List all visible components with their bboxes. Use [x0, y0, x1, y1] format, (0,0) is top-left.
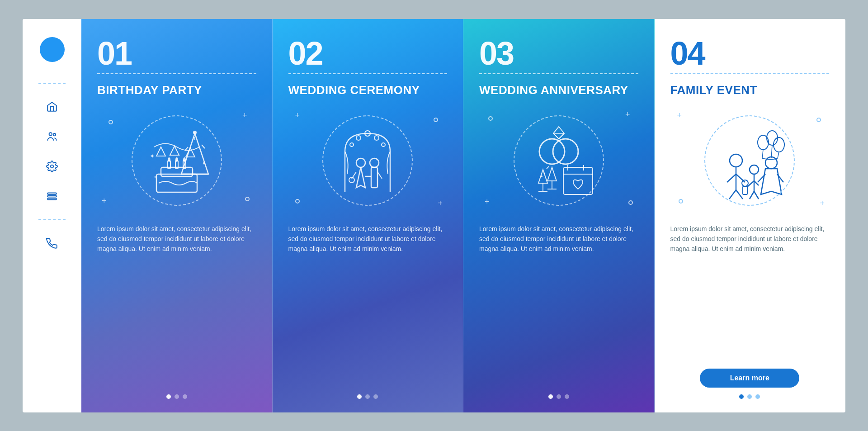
sidebar-logo-circle — [40, 37, 65, 62]
card-1-text: Lorem ipsum dolor sit amet, consectetur … — [97, 224, 256, 385]
deco-circle-5 — [488, 116, 493, 121]
deco-plus-1: + — [242, 111, 247, 120]
deco-plus-4: + — [438, 199, 443, 208]
dot-2-2 — [365, 394, 370, 399]
deco-plus-6: + — [485, 197, 490, 207]
main-container: 01 BIRTHDAY PARTY — [23, 19, 845, 412]
card-3-text: Lorem ipsum dolor sit amet, consectetur … — [479, 224, 638, 385]
card-4-divider — [670, 73, 830, 74]
card-1-footer — [97, 394, 256, 399]
card-3-footer — [479, 394, 638, 399]
card-2-text: Lorem ipsum dolor sit amet, consectetur … — [288, 224, 448, 385]
dot-4-2 — [747, 394, 752, 399]
phone-icon[interactable] — [45, 237, 59, 250]
card-2-divider — [288, 73, 448, 74]
dot-1-active — [166, 394, 171, 399]
dot-3-3 — [565, 394, 569, 399]
card-1-title: BIRTHDAY PARTY — [97, 83, 256, 97]
deco-plus-3: + — [295, 111, 300, 120]
svg-point-0 — [49, 133, 52, 136]
deco-plus-5: + — [625, 110, 630, 119]
deco-circle-3 — [434, 118, 438, 122]
deco-plus-2: + — [102, 196, 107, 206]
dot-3-2 — [557, 394, 561, 399]
card-2-footer — [288, 394, 448, 399]
card-2-dots — [357, 394, 378, 399]
card-4-title: FAMILY EVENT — [670, 83, 830, 97]
card-family-event: 04 FAMILY EVENT — [655, 19, 846, 412]
card-3-illustration: + + — [479, 106, 638, 215]
deco-circle-8 — [679, 199, 683, 204]
svg-rect-5 — [47, 198, 57, 199]
dot-1-3 — [183, 394, 187, 399]
list-icon[interactable] — [45, 189, 59, 203]
card-2-title: WEDDING CEREMONY — [288, 83, 448, 97]
users-icon[interactable] — [45, 130, 59, 143]
card-3-dots — [548, 394, 569, 399]
card-1-illustration: ✦ ✦ ✦ + + — [97, 106, 256, 215]
card-1-number: 01 — [97, 37, 256, 70]
deco-circle-7 — [816, 118, 821, 122]
dot-2-active — [357, 394, 362, 399]
settings-icon[interactable] — [45, 160, 59, 173]
card-2-number: 02 — [288, 37, 448, 70]
card-4-text: Lorem ipsum dolor sit amet, consectetur … — [670, 224, 830, 360]
dot-3-active — [548, 394, 553, 399]
card-wedding-ceremony: 02 WEDDING CEREMONY — [273, 19, 464, 412]
deco-circle-4 — [295, 199, 300, 204]
learn-more-button[interactable]: Learn more — [700, 369, 799, 388]
card-1-dots — [166, 394, 187, 399]
svg-point-1 — [53, 133, 56, 135]
deco-plus-7: + — [677, 111, 682, 120]
card-3-dashed-circle — [514, 115, 604, 206]
svg-point-2 — [51, 165, 54, 168]
deco-circle-6 — [628, 200, 633, 205]
card-2-dashed-circle — [322, 115, 413, 206]
card-3-title: WEDDING ANNIVERSARY — [479, 83, 638, 97]
card-1-divider — [97, 73, 256, 74]
card-1-dashed-circle — [132, 115, 222, 206]
svg-rect-4 — [47, 195, 57, 197]
sidebar-divider-top — [38, 83, 66, 84]
deco-circle-1 — [108, 120, 113, 124]
card-wedding-anniversary: 03 WEDDING ANNIVERSARY — [463, 19, 655, 412]
card-2-illustration: + + — [288, 106, 448, 215]
card-birthday-party: 01 BIRTHDAY PARTY — [81, 19, 273, 412]
card-4-dashed-circle — [704, 115, 795, 206]
card-4-illustration: + + — [670, 106, 830, 215]
cards-container: 01 BIRTHDAY PARTY — [81, 19, 845, 412]
dot-2-3 — [373, 394, 378, 399]
card-3-divider — [479, 73, 638, 74]
svg-rect-3 — [47, 193, 57, 194]
card-4-dots — [739, 394, 760, 399]
card-4-number: 04 — [670, 37, 830, 70]
card-3-number: 03 — [479, 37, 638, 70]
dot-4-3 — [755, 394, 760, 399]
sidebar-divider-bottom — [38, 219, 66, 220]
dot-4-active — [739, 394, 744, 399]
sidebar — [23, 19, 81, 412]
card-4-footer: Learn more — [670, 369, 830, 399]
dot-1-2 — [175, 394, 179, 399]
home-icon[interactable] — [45, 100, 59, 114]
deco-plus-8: + — [820, 199, 825, 208]
deco-circle-2 — [245, 197, 250, 201]
